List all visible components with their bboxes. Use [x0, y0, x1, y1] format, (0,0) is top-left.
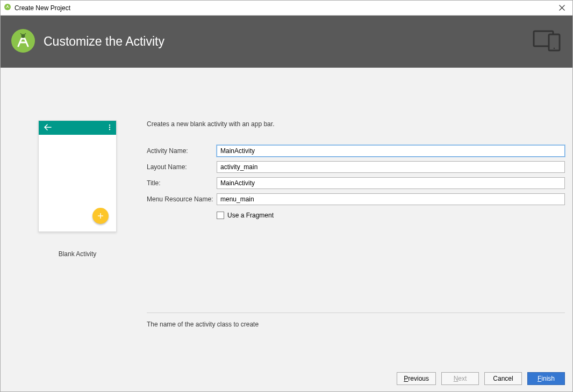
window-title: Create New Project	[15, 4, 70, 12]
android-studio-icon	[10, 28, 36, 55]
use-fragment-checkbox[interactable]	[217, 212, 224, 219]
use-fragment-label: Use a Fragment	[227, 212, 274, 219]
main-content: Blank Activity Creates a new blank activ…	[1, 68, 572, 366]
menu-resource-label: Menu Resource Name:	[147, 195, 217, 203]
svg-point-11	[109, 124, 110, 125]
help-text: The name of the activity class to create	[147, 321, 565, 328]
preview-column: Blank Activity	[8, 78, 147, 360]
preview-appbar	[39, 121, 116, 135]
svg-point-13	[109, 128, 110, 129]
activity-name-input[interactable]	[217, 145, 565, 157]
next-button: Next	[441, 372, 479, 385]
wizard-header: Customize the Activity	[1, 16, 572, 68]
title-label: Title:	[147, 179, 217, 187]
svg-point-12	[109, 126, 110, 127]
page-title: Customize the Activity	[44, 34, 164, 49]
activity-name-label: Activity Name:	[147, 147, 217, 155]
help-separator	[147, 313, 565, 313]
wizard-button-bar: Previous Next Cancel Finish	[1, 366, 572, 391]
back-arrow-icon	[44, 124, 52, 132]
title-bar: Create New Project	[1, 1, 572, 16]
close-button[interactable]	[551, 1, 572, 16]
previous-button[interactable]: Previous	[397, 372, 436, 385]
svg-point-10	[554, 48, 555, 49]
layout-name-label: Layout Name:	[147, 163, 217, 171]
form-column: Creates a new blank activity with an app…	[147, 78, 565, 360]
fab-icon	[92, 208, 109, 224]
layout-name-input[interactable]	[217, 161, 565, 173]
overflow-menu-icon	[109, 124, 111, 132]
menu-resource-input[interactable]	[217, 193, 565, 205]
preview-label: Blank Activity	[59, 250, 97, 258]
finish-button[interactable]: Finish	[527, 372, 565, 385]
form-factor-icon	[533, 30, 563, 53]
app-icon	[4, 3, 11, 12]
svg-point-3	[11, 29, 35, 53]
form-description: Creates a new blank activity with an app…	[147, 120, 565, 128]
title-input[interactable]	[217, 177, 565, 189]
cancel-button[interactable]: Cancel	[484, 372, 522, 385]
activity-preview	[38, 120, 117, 232]
